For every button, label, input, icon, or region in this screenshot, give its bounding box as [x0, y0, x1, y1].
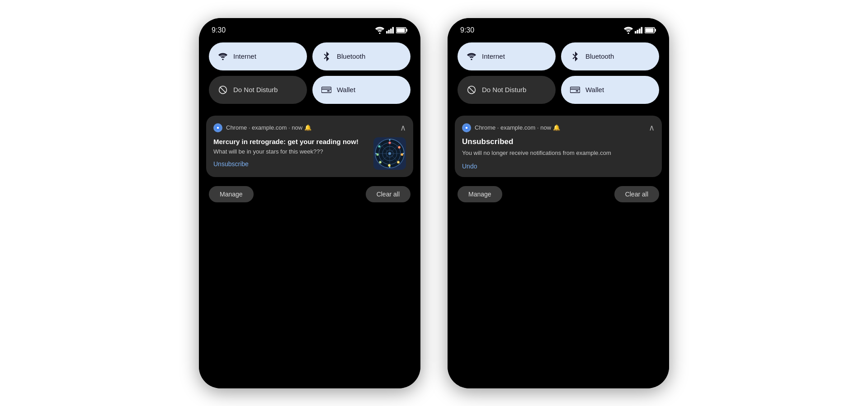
phone-1-screen: 9:30 — [199, 18, 420, 388]
bluetooth-tile-2[interactable]: Bluetooth — [561, 42, 659, 70]
internet-label-2: Internet — [482, 52, 505, 60]
svg-rect-49 — [570, 88, 580, 90]
unsub-desc-2: You will no longer receive notifications… — [462, 149, 655, 157]
notif-expand-2[interactable]: ∧ — [649, 123, 655, 133]
svg-rect-12 — [321, 88, 331, 90]
svg-text:♊: ♊ — [401, 153, 404, 156]
svg-point-52 — [466, 126, 468, 129]
svg-rect-44 — [646, 28, 654, 32]
wifi-status-icon — [375, 27, 384, 34]
notif-text-2: Unsubscribed You will no longer receive … — [462, 137, 655, 170]
wallet-label-2: Wallet — [585, 86, 604, 93]
signal-icon — [386, 27, 394, 34]
svg-rect-40 — [639, 28, 641, 33]
svg-rect-43 — [655, 29, 656, 32]
bluetooth-icon-2 — [570, 51, 580, 61]
dnd-label-1: Do Not Disturb — [233, 86, 278, 93]
svg-line-47 — [468, 87, 474, 93]
qs-row-2-bottom: Do Not Disturb Wallet — [458, 76, 659, 104]
manage-button-2[interactable]: Manage — [458, 186, 502, 202]
bluetooth-label-1: Bluetooth — [337, 52, 365, 60]
svg-text:♈: ♈ — [388, 141, 392, 145]
svg-point-24 — [388, 152, 391, 155]
wallet-label-1: Wallet — [337, 86, 355, 93]
svg-rect-6 — [406, 29, 408, 32]
svg-point-45 — [471, 59, 472, 60]
internet-tile-2[interactable]: Internet — [458, 42, 556, 70]
notif-header-1: Chrome · example.com · now 🔔 ∧ — [213, 123, 406, 133]
manage-button-1[interactable]: Manage — [209, 186, 254, 202]
wallet-tile-2[interactable]: Wallet — [561, 76, 659, 104]
battery-icon — [396, 27, 408, 33]
svg-rect-2 — [388, 30, 390, 33]
quick-settings-2: Internet Bluetooth — [448, 39, 669, 116]
internet-label-1: Internet — [233, 52, 256, 60]
bluetooth-tile-1[interactable]: Bluetooth — [312, 42, 410, 70]
quick-settings-1: Internet Bluetooth — [199, 39, 420, 116]
notification-area-2: Chrome · example.com · now 🔔 ∧ Unsubscri… — [448, 116, 669, 202]
wifi-icon-2 — [467, 51, 476, 61]
dnd-icon — [218, 85, 228, 95]
dnd-tile-1[interactable]: Do Not Disturb — [209, 76, 307, 104]
status-bar-2: 9:30 — [448, 18, 669, 39]
internet-tile-1[interactable]: Internet — [209, 42, 307, 70]
battery-icon-2 — [645, 27, 656, 33]
undo-action-2[interactable]: Undo — [462, 163, 655, 170]
notification-card-1: Chrome · example.com · now 🔔 ∧ Mercury i… — [206, 116, 413, 177]
svg-rect-39 — [637, 30, 639, 33]
qs-row-2-top: Internet Bluetooth — [458, 42, 659, 70]
notif-app-name-2: Chrome · example.com · now 🔔 — [475, 124, 560, 131]
svg-text:♋: ♋ — [397, 161, 400, 164]
phone-2-screen: 9:30 — [448, 18, 669, 388]
svg-text:♌: ♌ — [388, 164, 391, 167]
svg-rect-1 — [386, 31, 388, 33]
notification-area-1: Chrome · example.com · now 🔔 ∧ Mercury i… — [199, 116, 420, 202]
svg-rect-41 — [641, 27, 643, 33]
svg-point-0 — [379, 33, 380, 34]
wallet-icon-2 — [570, 85, 580, 95]
status-time-2: 9:30 — [460, 26, 474, 34]
notif-thumbnail-1: ♈ ♉ ♊ ♋ ♌ ♍ ♎ ♏ — [373, 137, 406, 170]
notif-app-name-1: Chrome · example.com · now 🔔 — [226, 124, 311, 131]
notif-text-1: Mercury in retrograde: get your reading … — [213, 137, 368, 170]
dnd-icon-2 — [467, 85, 476, 95]
clear-all-button-1[interactable]: Clear all — [366, 186, 410, 202]
notif-body-1: Mercury in retrograde: get your reading … — [213, 137, 406, 170]
dnd-label-2: Do Not Disturb — [482, 86, 526, 93]
status-icons-2 — [624, 27, 656, 34]
svg-point-25 — [389, 139, 391, 140]
notif-buttons-1: Manage Clear all — [206, 182, 413, 202]
dnd-tile-2[interactable]: Do Not Disturb — [458, 76, 556, 104]
svg-rect-7 — [397, 28, 405, 32]
unsubscribe-action-1[interactable]: Unsubscribe — [213, 160, 368, 168]
signal-icon-2 — [635, 27, 643, 34]
svg-point-15 — [217, 126, 219, 129]
clear-all-button-2[interactable]: Clear all — [614, 186, 659, 202]
status-icons-1 — [375, 27, 408, 34]
chrome-icon-1 — [213, 123, 222, 132]
unsub-title-2: Unsubscribed — [462, 137, 655, 146]
svg-text:♏: ♏ — [378, 145, 381, 148]
wallet-tile-1[interactable]: Wallet — [312, 76, 410, 104]
notif-buttons-2: Manage Clear all — [455, 182, 662, 202]
svg-rect-50 — [576, 90, 578, 91]
svg-text:♎: ♎ — [376, 153, 379, 156]
qs-row-1-bottom: Do Not Disturb Wallet — [209, 76, 410, 104]
bluetooth-icon — [321, 51, 331, 61]
notif-title-1: Mercury in retrograde: get your reading … — [213, 137, 368, 146]
status-time-1: 9:30 — [212, 26, 226, 34]
phone-1: 9:30 — [199, 18, 420, 388]
status-bar-1: 9:30 — [199, 18, 420, 39]
wifi-status-icon-2 — [624, 27, 633, 34]
notif-expand-1[interactable]: ∧ — [400, 123, 406, 133]
svg-line-10 — [220, 87, 226, 93]
svg-text:♉: ♉ — [398, 146, 401, 149]
wallet-icon — [321, 85, 331, 95]
notif-header-2: Chrome · example.com · now 🔔 ∧ — [462, 123, 655, 133]
svg-rect-4 — [392, 27, 394, 33]
notification-card-2: Chrome · example.com · now 🔔 ∧ Unsubscri… — [455, 116, 662, 177]
svg-point-8 — [222, 59, 223, 60]
svg-text:♍: ♍ — [379, 161, 382, 164]
svg-point-37 — [627, 33, 629, 34]
notif-desc-1: What will be in your stars for this week… — [213, 148, 368, 156]
